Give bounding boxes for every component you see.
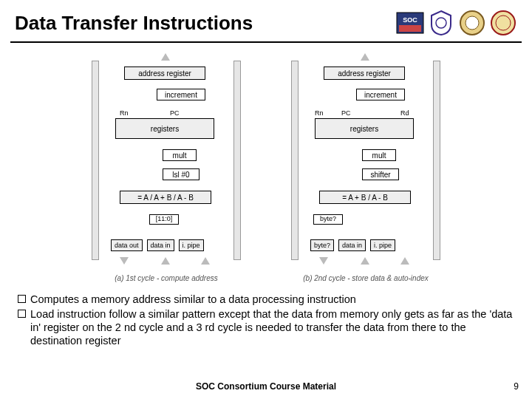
bullet-icon	[18, 295, 26, 303]
box-ipipe-b: i. pipe	[370, 239, 395, 251]
bullet-list: Computes a memory address similar to a d…	[0, 288, 532, 348]
box-alu-b: = A + B / A - B	[319, 191, 411, 204]
page-title: Data Transfer Instructions	[15, 12, 253, 35]
box-registers: registers	[115, 118, 214, 139]
label-pc: PC	[170, 109, 180, 117]
box-address-register-b: address register	[324, 66, 405, 80]
bullet-text: Load instruction follow a similar patter…	[30, 307, 514, 347]
diagram-b: address register increment Rn PC Rd regi…	[288, 53, 443, 282]
caption-b: (b) 2nd cycle - store data & auto-index	[288, 274, 443, 282]
list-item: Computes a memory address similar to a d…	[18, 293, 514, 306]
box-data-out: data out	[111, 239, 143, 251]
box-ipipe-a: i. pipe	[179, 239, 204, 251]
shield-logo	[427, 9, 455, 37]
bullet-text: Computes a memory address similar to a d…	[30, 293, 356, 306]
seal-logo-1	[458, 9, 486, 37]
box-mult: mult	[163, 149, 197, 161]
footer-course: SOC Consortium Course Material	[0, 381, 532, 392]
svg-point-6	[491, 11, 515, 35]
label-pc-b: PC	[341, 109, 351, 117]
diagram-a: address register increment Rn PC registe…	[89, 53, 244, 282]
header-rule	[10, 41, 522, 43]
box-data-in-b: data in	[338, 239, 366, 251]
box-registers-b: registers	[315, 118, 414, 139]
label-rn: Rn	[120, 109, 129, 117]
logo-row: SOC	[396, 9, 517, 37]
box-mult-b: mult	[362, 149, 396, 161]
caption-a: (a) 1st cycle - compute address	[89, 274, 244, 282]
label-rd: Rd	[400, 109, 409, 117]
box-byteq: byte?	[313, 214, 343, 225]
box-increment: increment	[157, 89, 205, 100]
seal-logo-2	[489, 9, 517, 37]
box-alu-a: = A / A + B / A - B	[120, 191, 211, 204]
diagram-area: address register increment Rn PC registe…	[0, 53, 532, 282]
svg-text:SOC: SOC	[403, 16, 417, 24]
label-rn-b: Rn	[315, 109, 324, 117]
svg-rect-2	[399, 25, 421, 32]
box-increment-b: increment	[356, 89, 405, 100]
box-lsl0: lsl #0	[163, 168, 200, 180]
page-number: 9	[514, 381, 519, 392]
svg-point-5	[466, 16, 479, 30]
box-data-in-a: data in	[147, 239, 174, 251]
box-address-register: address register	[124, 66, 205, 80]
box-byteq-bot: byte?	[310, 239, 334, 251]
soc-logo: SOC	[396, 9, 424, 37]
box-shifter: shifter	[362, 168, 399, 180]
bullet-icon	[18, 310, 26, 318]
list-item: Load instruction follow a similar patter…	[18, 307, 514, 347]
box-bits: [11:0]	[149, 214, 179, 225]
